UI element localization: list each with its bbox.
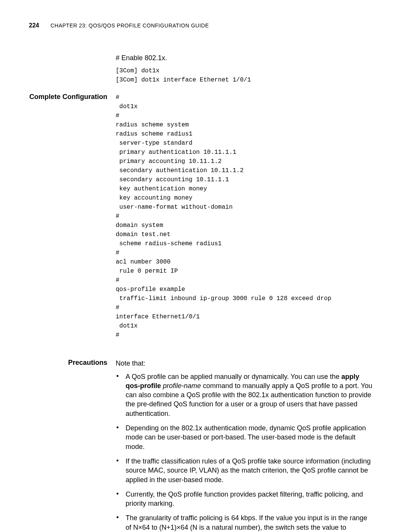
list-item: A QoS profile can be applied manually or…	[116, 372, 374, 418]
list-item: If the traffic classification rules of a…	[116, 457, 374, 484]
complete-config-code: # dot1x # radius scheme system radius sc…	[116, 93, 374, 340]
bullet-text: If the traffic classification rules of a…	[126, 457, 371, 484]
chapter-title: CHAPTER 23: QOS/QOS PROFILE CONFIGURATIO…	[51, 22, 209, 29]
list-item: Currently, the QoS profile function prov…	[116, 490, 374, 508]
intro-section: # Enable 802.1x. [3Com] dot1x [3Com] dot…	[29, 53, 374, 93]
page-header: 224 CHAPTER 23: QOS/QOS PROFILE CONFIGUR…	[29, 22, 374, 29]
list-item: The granularity of traffic policing is 6…	[116, 513, 374, 532]
complete-config-section: Complete Configuration # dot1x # radius …	[29, 93, 374, 348]
bullet-text-pre: A QoS profile can be applied manually or…	[126, 373, 341, 380]
precautions-label: Precautions	[68, 359, 107, 366]
precautions-list: A QoS profile can be applied manually or…	[116, 372, 374, 532]
precautions-section: Precautions Note that: A QoS profile can…	[29, 359, 374, 532]
list-item: Depending on the 802.1x authentication m…	[116, 423, 374, 451]
bullet-text: Currently, the QoS profile function prov…	[126, 490, 363, 507]
bullet-text: The granularity of traffic policing is 6…	[126, 514, 367, 532]
complete-config-label: Complete Configuration	[29, 93, 107, 101]
enable-step-text: # Enable 802.1x.	[116, 53, 374, 62]
bullet-text: Depending on the 802.1x authentication m…	[126, 424, 366, 451]
enable-code: [3Com] dot1x [3Com] dot1x interface Ethe…	[116, 66, 374, 85]
precautions-intro: Note that:	[116, 359, 374, 368]
page-number: 224	[29, 22, 39, 29]
bullet-text-italic: profile-name	[163, 382, 201, 390]
